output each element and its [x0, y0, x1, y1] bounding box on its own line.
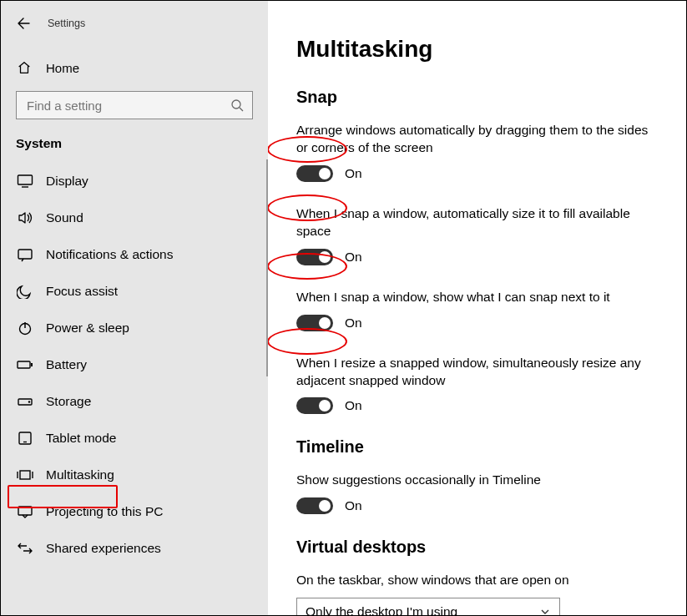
annotation-oval-4: [268, 328, 347, 355]
svg-point-0: [232, 100, 240, 109]
svg-rect-8: [31, 363, 33, 366]
storage-icon: [16, 393, 34, 410]
section-heading-timeline: Timeline: [296, 437, 658, 457]
virtual-desktop-selected: Only the desktop I'm using: [306, 604, 457, 615]
sidebar-item-display[interactable]: Display: [1, 163, 268, 199]
power-icon: [16, 320, 34, 336]
sidebar-item-tablet-mode[interactable]: Tablet mode: [1, 420, 268, 457]
snap-setting-label-4: When I resize a snapped window, simultan…: [296, 355, 658, 390]
page-title: Multitasking: [296, 36, 658, 63]
settings-main-panel: Multitasking Snap Arrange windows automa…: [268, 1, 686, 615]
battery-icon: [16, 356, 34, 373]
svg-rect-4: [18, 250, 32, 259]
virtual-desktop-select[interactable]: Only the desktop I'm using: [296, 598, 560, 615]
chevron-down-icon: [539, 606, 551, 615]
snap-toggle-1[interactable]: [296, 165, 333, 182]
timeline-setting-label: Show suggestions occasionally in Timelin…: [296, 472, 658, 489]
snap-toggle-2-state: On: [345, 250, 362, 265]
category-heading: System: [1, 133, 268, 163]
timeline-toggle[interactable]: [296, 497, 333, 514]
snap-setting-label-2: When I snap a window, automatically size…: [296, 205, 658, 240]
window-title: Settings: [48, 18, 85, 29]
timeline-toggle-state: On: [345, 498, 362, 513]
svg-rect-14: [20, 471, 30, 479]
snap-toggle-4-state: On: [345, 398, 362, 413]
search-input[interactable]: [25, 98, 209, 114]
sound-icon: [16, 210, 34, 226]
multitasking-icon: [16, 467, 34, 483]
display-icon: [16, 173, 34, 189]
sidebar-item-focus-assist[interactable]: Focus assist: [1, 273, 268, 310]
back-arrow-icon: [17, 17, 30, 30]
sidebar-item-label: Projecting to this PC: [46, 504, 163, 519]
sidebar-item-label: Battery: [46, 357, 87, 372]
section-heading-virtual-desktops: Virtual desktops: [296, 538, 658, 557]
snap-toggle-3-state: On: [345, 316, 362, 331]
home-nav[interactable]: Home: [1, 51, 268, 84]
snap-toggle-2[interactable]: [296, 249, 333, 265]
sidebar-item-label: Power & sleep: [46, 321, 129, 336]
sidebar-item-label: Display: [46, 174, 88, 189]
sidebar-item-storage[interactable]: Storage: [1, 383, 268, 420]
svg-line-1: [240, 108, 243, 111]
tablet-icon: [16, 430, 34, 447]
projecting-icon: [16, 503, 34, 520]
sidebar-item-battery[interactable]: Battery: [1, 346, 268, 383]
home-icon: [16, 59, 33, 76]
sidebar-item-label: Notifications & actions: [46, 247, 174, 262]
svg-rect-16: [18, 507, 32, 515]
sidebar-item-shared-experiences[interactable]: Shared experiences: [1, 530, 268, 567]
svg-rect-7: [18, 361, 30, 368]
snap-setting-label-3: When I snap a window, show what I can sn…: [296, 289, 658, 306]
notifications-icon: [16, 246, 34, 263]
virtual-setting-label: On the taskbar, show windows that are op…: [296, 572, 658, 589]
sidebar-item-label: Tablet mode: [46, 431, 116, 446]
sidebar-item-power-sleep[interactable]: Power & sleep: [1, 310, 268, 346]
sidebar-item-notifications[interactable]: Notifications & actions: [1, 236, 268, 273]
shared-icon: [16, 540, 34, 557]
sidebar-item-label: Sound: [46, 210, 83, 225]
sidebar-item-projecting[interactable]: Projecting to this PC: [1, 493, 268, 530]
snap-toggle-4[interactable]: [296, 397, 333, 414]
home-label: Home: [46, 61, 79, 75]
sidebar-item-label: Multitasking: [46, 467, 114, 482]
snap-toggle-3[interactable]: [296, 315, 333, 331]
search-icon: [230, 98, 244, 112]
snap-setting-label-1: Arrange windows automatically by draggin…: [296, 122, 658, 157]
back-button[interactable]: [16, 16, 31, 31]
settings-sidebar: Settings Home System Display Sound Notif…: [1, 1, 268, 615]
sidebar-item-multitasking[interactable]: Multitasking: [1, 457, 268, 493]
sidebar-item-label: Shared experiences: [46, 541, 161, 556]
search-input-box[interactable]: [16, 91, 253, 119]
sidebar-item-label: Focus assist: [46, 284, 118, 299]
focus-assist-icon: [16, 283, 34, 300]
svg-rect-2: [18, 175, 33, 184]
svg-point-10: [28, 401, 30, 402]
sidebar-item-label: Storage: [46, 394, 91, 409]
section-heading-snap: Snap: [296, 88, 658, 107]
snap-toggle-1-state: On: [345, 166, 362, 181]
sidebar-item-sound[interactable]: Sound: [1, 199, 268, 236]
